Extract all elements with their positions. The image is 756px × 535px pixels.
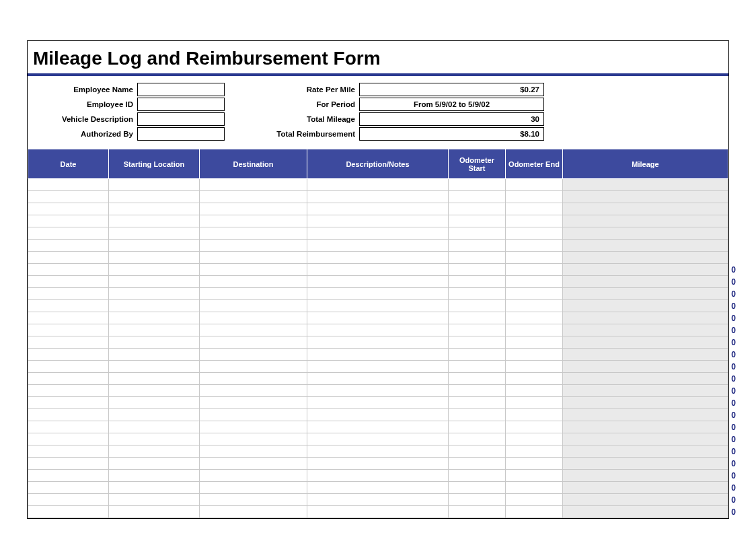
table-cell[interactable] xyxy=(200,336,307,349)
table-cell[interactable] xyxy=(506,445,563,458)
table-cell[interactable] xyxy=(449,445,506,458)
table-cell[interactable] xyxy=(200,324,307,336)
table-cell[interactable] xyxy=(449,349,506,361)
table-cell[interactable] xyxy=(307,227,449,240)
table-cell[interactable] xyxy=(28,421,109,433)
table-cell[interactable] xyxy=(109,252,200,264)
table-cell[interactable] xyxy=(506,361,563,373)
table-cell[interactable] xyxy=(109,324,200,336)
table-cell[interactable] xyxy=(307,312,449,324)
table-cell[interactable] xyxy=(200,252,307,264)
table-cell[interactable] xyxy=(109,458,200,470)
table-cell[interactable] xyxy=(506,300,563,312)
table-cell[interactable] xyxy=(109,409,200,421)
table-cell[interactable] xyxy=(28,349,109,361)
table-cell[interactable] xyxy=(449,421,506,433)
table-cell[interactable] xyxy=(28,397,109,409)
table-cell[interactable] xyxy=(28,506,109,518)
table-cell[interactable] xyxy=(307,409,449,421)
table-cell[interactable] xyxy=(200,179,307,191)
table-cell[interactable] xyxy=(109,361,200,373)
table-cell[interactable] xyxy=(307,300,449,312)
table-cell[interactable] xyxy=(307,252,449,264)
table-cell[interactable] xyxy=(109,433,200,445)
table-cell[interactable] xyxy=(449,324,506,336)
table-cell[interactable] xyxy=(307,288,449,300)
table-cell[interactable] xyxy=(307,506,449,518)
table-cell[interactable] xyxy=(109,397,200,409)
table-cell[interactable] xyxy=(449,433,506,445)
table-cell[interactable] xyxy=(109,203,200,215)
table-cell[interactable] xyxy=(28,203,109,215)
table-cell[interactable] xyxy=(200,470,307,482)
table-cell[interactable] xyxy=(109,506,200,518)
table-cell[interactable] xyxy=(28,252,109,264)
table-cell[interactable] xyxy=(506,240,563,252)
table-cell[interactable] xyxy=(307,373,449,385)
table-cell[interactable] xyxy=(506,203,563,215)
table-cell[interactable] xyxy=(109,179,200,191)
table-cell[interactable] xyxy=(307,179,449,191)
table-cell[interactable] xyxy=(449,203,506,215)
table-cell[interactable] xyxy=(28,373,109,385)
table-cell[interactable] xyxy=(28,240,109,252)
rate-per-mile-input[interactable]: $0.27 xyxy=(359,83,544,96)
table-cell[interactable] xyxy=(200,203,307,215)
table-cell[interactable] xyxy=(506,276,563,288)
table-cell[interactable] xyxy=(506,336,563,349)
table-cell[interactable] xyxy=(307,264,449,276)
table-cell[interactable] xyxy=(109,191,200,203)
table-cell[interactable] xyxy=(449,361,506,373)
table-cell[interactable] xyxy=(109,349,200,361)
table-cell[interactable] xyxy=(109,264,200,276)
table-cell[interactable] xyxy=(506,385,563,397)
table-cell[interactable] xyxy=(28,227,109,240)
table-cell[interactable] xyxy=(449,227,506,240)
table-cell[interactable] xyxy=(449,179,506,191)
authorized-by-input[interactable] xyxy=(137,127,225,141)
table-cell[interactable] xyxy=(28,385,109,397)
table-cell[interactable] xyxy=(200,494,307,506)
table-cell[interactable] xyxy=(28,276,109,288)
table-cell[interactable] xyxy=(449,300,506,312)
table-cell[interactable] xyxy=(307,433,449,445)
table-cell[interactable] xyxy=(506,324,563,336)
table-cell[interactable] xyxy=(28,191,109,203)
table-cell[interactable] xyxy=(449,312,506,324)
employee-name-input[interactable] xyxy=(137,83,225,96)
table-cell[interactable] xyxy=(307,240,449,252)
table-cell[interactable] xyxy=(200,445,307,458)
table-cell[interactable] xyxy=(449,470,506,482)
table-cell[interactable] xyxy=(307,421,449,433)
table-cell[interactable] xyxy=(307,494,449,506)
table-cell[interactable] xyxy=(109,421,200,433)
table-cell[interactable] xyxy=(200,482,307,494)
table-cell[interactable] xyxy=(109,445,200,458)
table-cell[interactable] xyxy=(449,191,506,203)
table-cell[interactable] xyxy=(307,458,449,470)
table-cell[interactable] xyxy=(200,433,307,445)
table-cell[interactable] xyxy=(449,276,506,288)
table-cell[interactable] xyxy=(307,276,449,288)
table-cell[interactable] xyxy=(28,482,109,494)
table-cell[interactable] xyxy=(28,433,109,445)
table-cell[interactable] xyxy=(506,349,563,361)
table-cell[interactable] xyxy=(200,458,307,470)
table-cell[interactable] xyxy=(28,324,109,336)
table-cell[interactable] xyxy=(109,385,200,397)
table-cell[interactable] xyxy=(200,240,307,252)
table-cell[interactable] xyxy=(449,409,506,421)
table-cell[interactable] xyxy=(506,409,563,421)
table-cell[interactable] xyxy=(109,240,200,252)
table-cell[interactable] xyxy=(28,458,109,470)
table-cell[interactable] xyxy=(307,385,449,397)
table-cell[interactable] xyxy=(200,312,307,324)
table-cell[interactable] xyxy=(200,373,307,385)
table-cell[interactable] xyxy=(449,482,506,494)
table-cell[interactable] xyxy=(506,191,563,203)
table-cell[interactable] xyxy=(200,288,307,300)
table-cell[interactable] xyxy=(200,264,307,276)
table-cell[interactable] xyxy=(109,276,200,288)
table-cell[interactable] xyxy=(307,349,449,361)
table-cell[interactable] xyxy=(200,215,307,227)
